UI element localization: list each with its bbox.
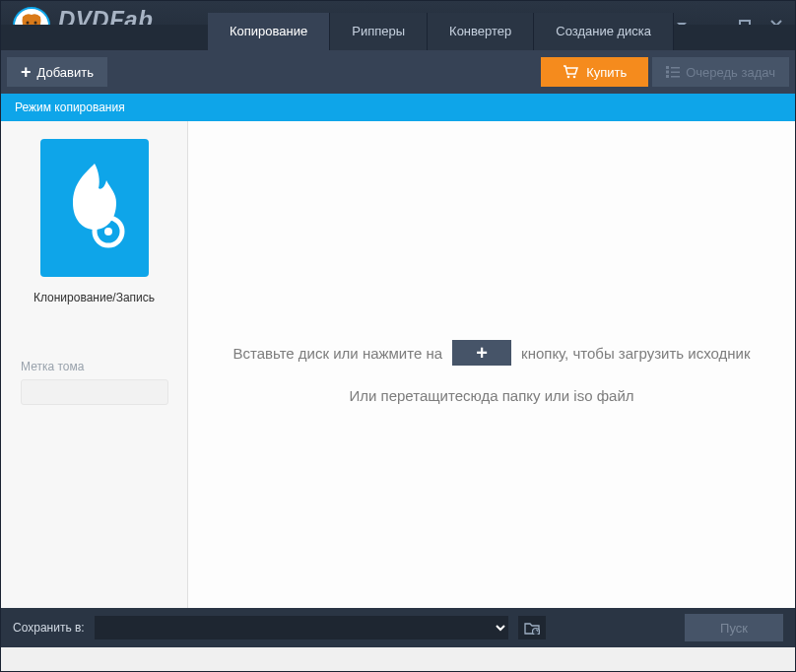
svg-point-15 xyxy=(104,228,112,235)
tab-label: Конвертер xyxy=(449,24,511,38)
start-button[interactable]: Пуск xyxy=(685,614,783,641)
mode-tile-clone[interactable] xyxy=(40,139,149,277)
tab-label: Рипперы xyxy=(352,24,405,38)
svg-point-7 xyxy=(573,76,576,79)
flame-disc-icon xyxy=(55,159,134,257)
add-button-label: Добавить xyxy=(37,65,94,80)
list-icon xyxy=(666,66,680,78)
plus-icon: + xyxy=(21,62,32,83)
mode-bar: Режим копирования xyxy=(1,94,795,121)
buy-button-label: Купить xyxy=(586,65,627,80)
svg-rect-12 xyxy=(666,75,669,78)
save-to-label: Сохранить в: xyxy=(13,621,85,635)
svg-rect-11 xyxy=(671,72,680,74)
volume-input[interactable] xyxy=(21,379,168,405)
save-to-select[interactable] xyxy=(95,616,508,639)
hint-line2: Или перетащитесюда папку или iso файл xyxy=(188,387,795,404)
mode-tile-label: Клонирование/Запись xyxy=(33,291,155,304)
svg-rect-13 xyxy=(671,76,680,78)
tab-rippers[interactable]: Рипперы xyxy=(330,13,428,50)
svg-point-6 xyxy=(567,76,570,79)
drop-hint: Вставьте диск или нажмите на + кнопку, ч… xyxy=(188,340,795,404)
start-button-label: Пуск xyxy=(720,621,748,636)
tab-bar: Копирование Рипперы Конвертер Создание д… xyxy=(1,25,795,50)
tab-label: Создание диска xyxy=(556,24,651,38)
add-source-button[interactable]: + xyxy=(452,340,511,366)
tab-label: Копирование xyxy=(230,24,307,38)
workspace: Клонирование/Запись Метка тома Вставьте … xyxy=(1,121,795,608)
mode-bar-title: Режим копирования xyxy=(15,101,125,114)
plus-icon: + xyxy=(476,342,488,365)
svg-rect-8 xyxy=(666,66,669,69)
tab-creator[interactable]: Создание диска xyxy=(534,13,674,50)
queue-button-label: Очередь задач xyxy=(686,65,775,80)
svg-rect-9 xyxy=(671,67,680,69)
buy-button[interactable]: Купить xyxy=(541,57,648,87)
folder-icon xyxy=(524,622,540,635)
hint-text-post: кнопку, чтобы загрузить исходник xyxy=(521,345,750,362)
browse-folder-button[interactable] xyxy=(518,616,546,639)
tab-copy[interactable]: Копирование xyxy=(208,13,330,50)
footer: Сохранить в: Пуск xyxy=(1,608,795,647)
main-area[interactable]: Вставьте диск или нажмите на + кнопку, ч… xyxy=(188,121,795,608)
svg-rect-10 xyxy=(666,71,669,74)
sidebar: Клонирование/Запись Метка тома xyxy=(1,121,188,608)
cart-icon xyxy=(563,65,578,79)
tab-converter[interactable]: Конвертер xyxy=(428,13,534,50)
queue-button[interactable]: Очередь задач xyxy=(652,57,789,87)
hint-text-pre: Вставьте диск или нажмите на xyxy=(232,345,442,362)
add-button[interactable]: + Добавить xyxy=(7,57,107,87)
toolbar: + Добавить Купить Очередь задач xyxy=(1,50,795,94)
volume-label: Метка тома xyxy=(21,360,84,373)
